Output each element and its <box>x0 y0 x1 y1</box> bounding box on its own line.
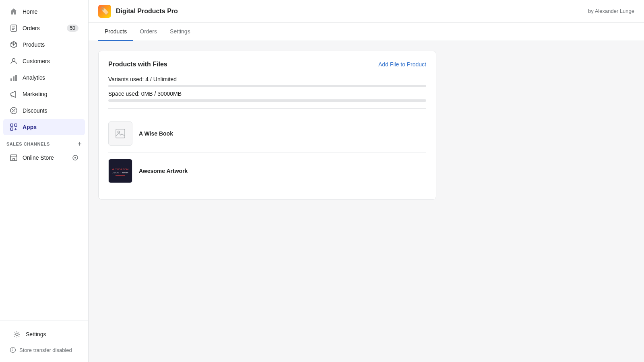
product-item-wise-book[interactable]: A Wise Book <box>108 115 426 152</box>
sidebar-item-analytics[interactable]: Analytics <box>3 70 85 86</box>
variants-usage: Variants used: 4 / Unlimited <box>108 76 426 87</box>
svg-point-16 <box>74 157 76 158</box>
space-progress-bar <box>108 99 426 102</box>
sidebar-item-discounts[interactable]: Discounts <box>3 103 85 119</box>
sidebar-item-online-store[interactable]: Online Store <box>3 150 85 166</box>
svg-text:TO MAKE IT HAPPEN: TO MAKE IT HAPPEN <box>112 171 128 174</box>
analytics-icon <box>10 74 18 82</box>
app-header-left: 🏷️ Digital Products Pro <box>98 5 178 18</box>
svg-text:DON'T WAIT FOR TOMORROW: DON'T WAIT FOR TOMORROW <box>112 168 128 171</box>
sidebar-item-orders[interactable]: Orders 50 <box>3 20 85 36</box>
tab-products[interactable]: Products <box>98 23 133 41</box>
card-title: Products with Files <box>108 61 167 68</box>
tab-orders[interactable]: Orders <box>133 23 163 41</box>
product-name-wise-book: A Wise Book <box>139 130 173 137</box>
app-title: Digital Products Pro <box>116 8 178 15</box>
sidebar-item-apps[interactable]: Apps <box>3 119 85 135</box>
svg-rect-5 <box>10 78 12 81</box>
marketing-icon <box>10 90 18 98</box>
home-icon <box>10 8 18 16</box>
svg-point-4 <box>12 59 15 62</box>
sidebar-item-products[interactable]: Products <box>3 37 85 53</box>
card-divider <box>108 108 426 109</box>
sales-channels-section: SALES CHANNELS + <box>0 136 88 149</box>
sidebar-item-customers[interactable]: Customers <box>3 53 85 69</box>
card-header: Products with Files Add File to Product <box>108 61 426 68</box>
discounts-icon <box>10 107 18 115</box>
add-file-to-product-button[interactable]: Add File to Product <box>378 61 426 68</box>
store-icon <box>10 154 18 162</box>
tab-settings[interactable]: Settings <box>163 23 197 41</box>
app-header: 🏷️ Digital Products Pro by Alexander Lun… <box>89 0 644 23</box>
variants-used-text: Variants used: 4 / Unlimited <box>108 76 426 82</box>
orders-badge: 50 <box>67 25 78 32</box>
svg-rect-12 <box>10 124 13 126</box>
svg-point-17 <box>16 333 18 335</box>
customers-icon <box>10 57 18 65</box>
apps-icon <box>10 123 18 131</box>
sidebar: Home Orders 50 Products <box>0 0 89 362</box>
sidebar-item-marketing[interactable]: Marketing <box>3 86 85 102</box>
product-item-awesome-artwork[interactable]: DON'T WAIT FOR TOMORROW TO MAKE IT HAPPE… <box>108 152 426 189</box>
main-content: 🏷️ Digital Products Pro by Alexander Lun… <box>89 0 644 362</box>
orders-icon <box>10 24 18 32</box>
app-icon: 🏷️ <box>98 5 111 18</box>
svg-point-22 <box>118 131 120 133</box>
add-sales-channel-button[interactable]: + <box>77 140 82 148</box>
svg-rect-23 <box>112 163 128 179</box>
info-icon <box>10 347 16 353</box>
online-store-visibility-icon[interactable] <box>72 154 78 161</box>
products-icon <box>10 41 18 49</box>
space-usage: Space used: 0MB / 30000MB <box>108 90 426 102</box>
app-author: by Alexander Lunge <box>588 8 634 14</box>
sidebar-item-settings[interactable]: Settings <box>6 326 82 342</box>
settings-icon <box>13 330 21 338</box>
sidebar-item-home[interactable]: Home <box>3 4 85 20</box>
sidebar-nav: Home Orders 50 Products <box>0 0 88 321</box>
svg-point-10 <box>12 109 13 110</box>
svg-rect-7 <box>15 75 17 81</box>
variants-progress-bar <box>108 85 426 87</box>
product-name-awesome-artwork: Awesome Artwork <box>139 168 188 174</box>
products-with-files-card: Products with Files Add File to Product … <box>98 51 436 200</box>
svg-rect-13 <box>14 124 17 126</box>
sidebar-bottom: Settings Store transfer disabled <box>0 321 88 362</box>
store-transfer-status: Store transfer disabled <box>3 343 85 357</box>
product-thumb-wise-book <box>108 121 132 146</box>
product-thumb-awesome-artwork: DON'T WAIT FOR TOMORROW TO MAKE IT HAPPE… <box>108 159 132 183</box>
image-placeholder-icon <box>115 128 126 139</box>
svg-point-11 <box>14 111 15 112</box>
artwork-thumbnail: DON'T WAIT FOR TOMORROW TO MAKE IT HAPPE… <box>112 163 128 179</box>
svg-rect-21 <box>116 129 125 138</box>
svg-rect-6 <box>13 76 14 81</box>
svg-point-20 <box>12 348 13 349</box>
svg-rect-14 <box>10 128 13 130</box>
content-area: Products with Files Add File to Product … <box>89 41 644 362</box>
tabs-bar: Products Orders Settings <box>89 23 644 41</box>
space-used-text: Space used: 0MB / 30000MB <box>108 90 426 97</box>
